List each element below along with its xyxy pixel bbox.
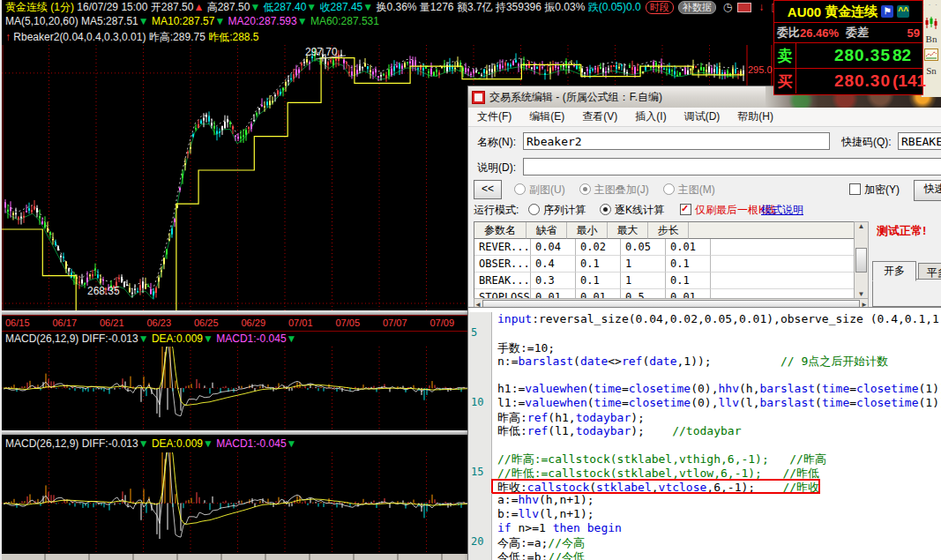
code-token: time <box>822 396 849 409</box>
mode-help-link[interactable]: 模式说明 <box>761 203 803 218</box>
code-line-body: l1:=valuewhen(time=closetime(0),llv(l,ba… <box>492 396 941 410</box>
code-line-body: 昨高:ref(h1,todaybar); <box>492 410 645 424</box>
text-segment: MACD(26,12,9) DIFF:-0.013 <box>5 332 138 346</box>
badge-fill-data[interactable]: 补数据 <box>678 1 716 14</box>
toolbar-bn-label[interactable]: Bn <box>926 34 937 44</box>
encrypt-checkbox[interactable]: 加密(Y) <box>849 183 900 198</box>
chart-type-option-2[interactable]: 主图(M) <box>663 183 715 196</box>
text-segment: 收287.45 <box>317 1 362 14</box>
line-number <box>468 493 492 507</box>
code-token: :reversal_size(0.04,0.02,0.05,0.01),obse… <box>532 312 941 325</box>
code-token: ( <box>587 396 594 409</box>
date-tick: 06/21 <box>100 317 124 328</box>
download-arrow-icon[interactable]: ↓ <box>758 2 764 13</box>
tab-open-long[interactable]: 开多 <box>872 261 916 281</box>
table-cell-fill <box>711 256 854 273</box>
text-segment: ▼ <box>138 437 149 451</box>
code-token: 昨高: <box>497 411 527 424</box>
code-line-body: 今低:=b;//今低 <box>492 549 585 560</box>
text-segment: ▼ <box>287 437 297 451</box>
info-bar-indicator-line: ↑ Rbeaker2(0.04,0.4,0.3,0.01) 昨高:289.75 … <box>5 31 259 44</box>
menu-item-0[interactable]: 文件(F) <box>477 109 512 124</box>
code-line-body: //昨低:=callstock(stklabel,vtlow,6,-1); //… <box>492 466 819 480</box>
chevrons-up-icon[interactable]: ^^ <box>897 5 909 18</box>
code-token: ( <box>815 382 822 395</box>
refresh-last-checkbox-box[interactable] <box>680 204 691 215</box>
bottom-scroll-strip[interactable] <box>2 554 471 560</box>
menu-item-2[interactable]: 查看(V) <box>582 109 617 124</box>
table-cell: 1 <box>621 256 666 273</box>
run-mode-option-0[interactable]: 序列计算 <box>528 204 586 216</box>
code-line-13: a:=hhv(h,n+1); <box>468 493 941 507</box>
scroll-down-icon[interactable]: ▼ <box>858 290 865 298</box>
code-token: callstock <box>527 481 589 494</box>
chart-type-option-1[interactable]: 主图叠加(J) <box>579 183 649 196</box>
hotkey-label: 快捷码(Q): <box>841 135 892 150</box>
code-token: ( <box>573 355 580 368</box>
code-line-10: //昨高:=callstock(stklabel,vthigh,6,-1); /… <box>468 452 941 466</box>
table-row[interactable]: BREAK...0.30.110.1 <box>474 273 854 289</box>
code-token: (l1, <box>548 424 575 437</box>
menu-item-5[interactable]: 帮助(H) <box>737 109 773 124</box>
code-token: barslast <box>759 396 815 409</box>
code-token: //今低 <box>548 550 585 560</box>
name-input[interactable] <box>523 132 830 150</box>
column-header: 最小 <box>567 222 608 239</box>
text-segment: ▼ <box>138 332 149 346</box>
badge-session[interactable]: 时段 <box>646 1 674 14</box>
date-tick: 07/01 <box>288 317 313 328</box>
text-segment: ▲ <box>193 1 204 14</box>
line-number <box>468 423 492 437</box>
tab-close-long[interactable]: 平多 <box>918 263 941 280</box>
desc-input[interactable] <box>523 158 941 175</box>
vscroll-thumb[interactable] <box>855 248 867 273</box>
code-token: time <box>594 382 622 395</box>
table-row[interactable]: REVER...0.040.020.050.01 <box>474 239 854 256</box>
clock-icon[interactable]: ◷ <box>723 2 732 13</box>
weibi-value: 26.46% <box>800 26 839 40</box>
desc-label: 说明(D): <box>477 161 516 175</box>
menu-item-3[interactable]: 插入(I) <box>635 109 666 124</box>
code-token: , <box>652 481 659 494</box>
code-token: barslast <box>518 355 573 368</box>
ask-row[interactable]: 卖 280.35 82 <box>774 42 922 68</box>
encrypt-checkbox-box[interactable] <box>849 183 861 195</box>
param-table-vscrollbar[interactable]: ▲ ▼ <box>854 221 869 299</box>
chip-icon[interactable] <box>737 3 751 12</box>
bid-row[interactable]: 买 280.30 (141 <box>774 68 922 93</box>
code-token: n:= <box>497 355 518 368</box>
code-token: (l,n+1); <box>539 507 594 520</box>
text-segment: MACD1:-0.045 <box>213 437 287 451</box>
kline-chart-icon[interactable] <box>924 17 938 29</box>
code-line-5: h1:=valuewhen(time=closetime(0),hhv(h,ba… <box>468 382 941 396</box>
code-line-6: 10l1:=valuewhen(time=closetime(0),llv(l,… <box>468 396 941 410</box>
line-chart-icon[interactable] <box>924 49 938 61</box>
collapse-button[interactable]: << <box>474 180 502 199</box>
line-number <box>468 410 492 424</box>
text-segment: MA60:287.531 <box>308 15 379 28</box>
toolbar-sn-label[interactable]: Sn <box>926 65 937 76</box>
person-flag-icon[interactable]: ⚑ <box>881 5 893 18</box>
code-token: ,6,-1); <box>706 481 782 494</box>
text-segment: ▼ <box>138 15 149 28</box>
code-token <box>580 521 587 534</box>
hotkey-input[interactable] <box>898 132 941 150</box>
code-token: begin <box>587 521 622 534</box>
scroll-up-icon[interactable]: ▲ <box>858 222 865 230</box>
text-segment: ↑ <box>5 31 13 44</box>
date-tick: 07/07 <box>383 317 407 328</box>
toolbar-grip[interactable]: · · · · <box>922 2 941 12</box>
run-mode-option-1[interactable]: 逐K线计算 <box>600 204 664 216</box>
chart-type-option-0[interactable]: 副图(U) <box>514 183 565 196</box>
code-line-body: input:reversal_size(0.04,0.02,0.05,0.01)… <box>492 312 941 326</box>
info-bar-ma-line: MA(5,10,20,60) MA5:287.51▼ MA10:287.57▼ … <box>5 15 379 28</box>
name-label: 名称(N): <box>477 135 516 150</box>
quick-button[interactable]: 快速 <box>914 180 941 201</box>
highlighted-code-line: 昨收:callstock(stklabel,vtclose,6,-1); //昨… <box>492 480 819 494</box>
quote-panel[interactable]: AU00 黄金连续 ⚑ ^^ 委比 26.46% 委差 59 卖 280.35 … <box>773 0 923 95</box>
param-table[interactable]: 参数名缺省最小最大步长REVER...0.040.020.050.01OBSER… <box>474 221 855 299</box>
table-row[interactable]: OBSER...0.40.110.1 <box>474 256 854 273</box>
formula-code-editor[interactable]: input:reversal_size(0.04,0.02,0.05,0.01)… <box>468 307 941 560</box>
menu-item-4[interactable]: 调试(D) <box>684 109 721 124</box>
menu-item-1[interactable]: 编辑(E) <box>529 109 564 124</box>
